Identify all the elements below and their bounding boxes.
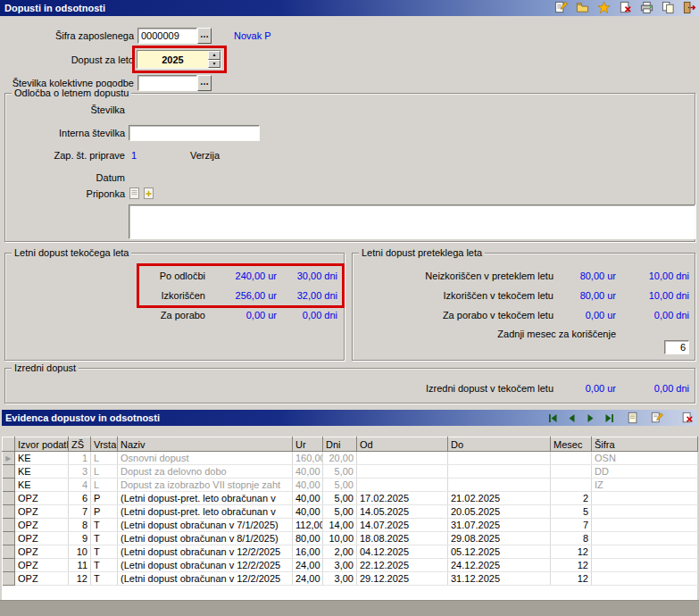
last-record-icon[interactable] [603,412,615,424]
column-header-naziv: Naziv [118,437,293,452]
column-header-ur: Ur [293,437,323,452]
version-label: Verzija [190,150,220,161]
browse-icon[interactable] [576,1,589,14]
exit-icon[interactable] [683,1,696,14]
delete-record-icon[interactable] [681,412,694,424]
previous-record-icon[interactable] [566,412,578,424]
first-record-icon[interactable] [547,412,559,424]
cell-dni: 14,00 [323,519,357,532]
cell-naziv: (Letni dopust obračunan v 12/2/2025 [118,572,293,586]
row-selector[interactable]: ▶ [3,452,15,465]
table-row[interactable]: OPZ6P(Letni dopust-pret. leto obračunan … [3,492,698,505]
new-record-icon[interactable] [627,412,639,424]
attachment-open-icon[interactable] [129,187,140,200]
previous-used-label: Izkoriščen v tekočem letu [355,290,553,301]
attachment-add-icon[interactable] [143,187,154,200]
cell-izvor-podatka: OPZ [15,505,69,519]
cell-izvor-podatka: OPZ [15,532,69,545]
table-row[interactable]: KE3LDopust za delovno dobo40,005,00DD [3,465,698,479]
cell-vrsta: P [91,492,118,505]
table-row[interactable]: KE4LDopust za izobrazbo VII stopnje zaht… [3,479,698,492]
table-row[interactable]: OPZ8T(Letni dopust obračunan v 7/1/2025)… [3,519,698,532]
table-row[interactable]: OPZ10T(Letni dopust obračunan v 12/2/202… [3,545,698,559]
cell-zs: 11 [69,559,91,572]
cell-sifra: DD [592,465,698,479]
cell-od: 14.05.2025 [357,505,448,519]
collective-agreement-browse-button[interactable]: … [197,75,212,91]
print-icon[interactable] [640,1,653,14]
edit-icon[interactable] [554,1,568,14]
cell-naziv: (Letni dopust-pret. leto obračunan v [118,505,293,519]
table-row[interactable]: OPZ12T(Letni dopust obračunan v 12/2/202… [3,572,698,586]
row-selector[interactable] [3,532,15,545]
row-selector[interactable] [3,545,15,559]
table-row[interactable]: OPZ9T(Letni dopust obračunan v 8/1/2025)… [3,532,698,545]
previous-used-days: 10,00 dni [623,290,689,301]
cell-mesec [551,465,592,479]
year-spin-down-button[interactable]: ▼ [208,60,221,69]
cell-zs: 4 [69,479,91,492]
internal-number-input[interactable] [129,125,260,141]
row-selector[interactable] [3,505,15,519]
cell-od: 14.07.2025 [357,519,448,532]
title-bar: Dopusti in odsotnosti [0,0,699,16]
favorite-icon[interactable] [597,1,611,14]
cell-vrsta: T [91,532,118,545]
cell-dni: 20,00 [323,452,357,465]
current-remaining-days: 0,00 dni [275,310,337,320]
cell-dni: 5,00 [323,479,357,492]
copy-icon[interactable] [662,1,675,14]
cell-mesec: 8 [551,532,592,545]
cell-do [448,465,551,479]
column-header-do: Do [448,437,551,452]
previous-remaining-label: Za porabo v tekočem letu [355,310,553,320]
current-used-label: Izkoriščen [87,290,205,301]
row-selector[interactable] [3,572,15,586]
row-selector[interactable] [3,492,15,505]
cell-dni: 10,00 [323,532,357,545]
row-selector[interactable] [3,519,15,532]
current-year-groupbox: Letni dopust tekočega leta [4,253,345,361]
row-selector[interactable] [3,465,15,479]
cell-naziv: (Letni dopust-pret. leto obračunan v [118,492,293,505]
previous-carryover-label: Neizkoriščen v preteklem letu [355,271,553,281]
table-row[interactable]: ▶KE1LOsnovni dopust160,0020,00OSN [3,452,698,465]
employee-name-text: Novak P [234,30,271,41]
prep-sequence-label: Zap. št. priprave [7,150,125,161]
delete-icon[interactable] [619,1,632,14]
special-leave-groupbox-title: Izredni dopust [12,362,79,373]
row-selector[interactable] [3,559,15,572]
cell-ur: 40,00 [293,505,323,519]
edit-record-icon[interactable] [651,412,663,424]
last-month-input[interactable] [664,340,689,354]
leave-year-input[interactable]: ▲ ▼ [137,50,221,69]
cell-od [357,452,448,465]
year-spin-up-button[interactable]: ▲ [208,51,221,60]
cell-mesec [551,479,592,492]
cell-ur: 112,00 [293,519,323,532]
current-remaining-label: Za porabo [87,310,205,320]
next-record-icon[interactable] [585,412,596,424]
leave-year-value[interactable] [137,51,208,68]
cell-od: 22.12.2025 [357,559,448,572]
employee-code-browse-button[interactable]: … [197,28,212,44]
cell-naziv: (Letni dopust obračunan v 12/2/2025 [118,559,293,572]
decision-notes-textarea[interactable] [129,204,695,239]
table-row[interactable]: OPZ11T(Letni dopust obračunan v 12/2/202… [3,559,698,572]
cell-izvor-podatka: KE [15,452,69,465]
column-header-vrsta: Vrsta [91,437,118,452]
row-selector[interactable] [3,479,15,492]
employee-code-input[interactable] [137,28,197,44]
table-row[interactable]: OPZ7P(Letni dopust-pret. leto obračunan … [3,505,698,519]
cell-od: 17.02.2025 [357,492,448,505]
selector-column-header [3,437,15,452]
previous-remaining-hours: 0,00 ur [559,310,616,320]
collective-agreement-input[interactable] [137,75,197,91]
cell-naziv: (Letni dopust obračunan v 12/2/2025 [118,545,293,559]
cell-sifra [592,559,698,572]
cell-vrsta: T [91,559,118,572]
leave-year-label: Dopust za leto [7,54,134,65]
cell-mesec: 12 [551,559,592,572]
cell-naziv: Dopust za delovno dobo [118,465,293,479]
previous-used-hours: 80,00 ur [559,290,616,301]
